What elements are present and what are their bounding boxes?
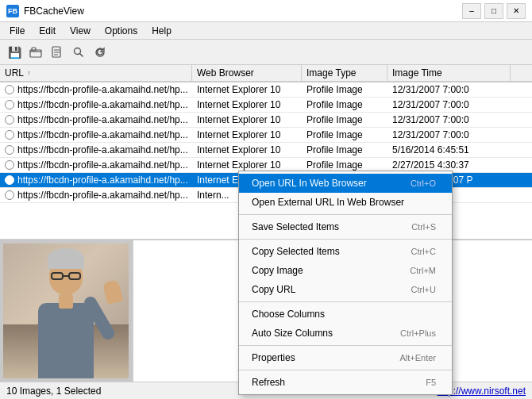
toolbar-refresh[interactable] [91, 43, 110, 62]
toolbar: 💾 [0, 40, 532, 65]
cell-browser: Internet Explorer 10 [192, 128, 302, 142]
cell-url: https://fbcdn-profile-a.akamaihd.net/hp.… [0, 173, 192, 187]
title-bar-left: FB FBCacheView [6, 5, 84, 17]
menu-view[interactable]: View [64, 24, 97, 37]
context-menu-item[interactable]: Save Selected ItemsCtrl+S [239, 217, 452, 236]
menu-help[interactable]: Help [145, 24, 178, 37]
svg-line-4 [80, 53, 83, 56]
row-status-icon [5, 85, 14, 94]
context-menu-item[interactable]: Open External URL In Web Browser [239, 193, 452, 212]
context-menu-item[interactable]: Copy ImageCtrl+M [239, 261, 452, 280]
context-menu-item[interactable]: Open URL In Web BrowserCtrl+O [239, 174, 452, 193]
cell-browser: Internet Explorer 10 [192, 113, 302, 127]
table-row[interactable]: https://fbcdn-profile-a.akamaihd.net/hp.… [0, 113, 532, 128]
cell-url: https://fbcdn-profile-a.akamaihd.net/hp.… [0, 158, 192, 172]
cell-imgtime: 12/31/2007 7:00:0 [387, 128, 511, 142]
row-status-icon [5, 190, 14, 200]
toolbar-save[interactable]: 💾 [5, 43, 24, 62]
sort-arrow-url: ↑ [27, 69, 31, 77]
table-row[interactable]: https://fbcdn-profile-a.akamaihd.net/hp.… [0, 98, 532, 113]
menu-edit[interactable]: Edit [33, 24, 62, 37]
cell-imgtime: 12/31/2007 7:00:0 [387, 98, 511, 112]
app-icon: FB [6, 5, 19, 17]
table-row[interactable]: https://fbcdn-profile-a.akamaihd.net/hp.… [0, 128, 532, 143]
cell-browser: Internet Explorer 10 [192, 82, 302, 97]
context-menu-separator [239, 301, 452, 302]
cached-image [3, 244, 129, 378]
menu-bar: File Edit View Options Help [0, 22, 532, 40]
cell-url: https://fbcdn-profile-a.akamaihd.net/hp.… [0, 188, 192, 202]
minimize-button[interactable]: – [462, 3, 481, 19]
cell-browser: Internet Explorer 10 [192, 98, 302, 112]
context-menu-item[interactable]: PropertiesAlt+Enter [239, 348, 452, 367]
toolbar-new[interactable] [48, 43, 67, 62]
cell-url: https://fbcdn-profile-a.akamaihd.net/hp.… [0, 113, 192, 127]
cell-url: https://fbcdn-profile-a.akamaihd.net/hp.… [0, 128, 192, 142]
status-count: 10 Images, 1 Selected [6, 386, 101, 397]
cell-imgtype: Profile Image [302, 82, 387, 97]
context-menu-item[interactable]: Copy Selected ItemsCtrl+C [239, 242, 452, 261]
context-menu-item[interactable]: Copy URLCtrl+U [239, 280, 452, 299]
image-pane [0, 240, 133, 382]
column-header-browser[interactable]: Web Browser [192, 65, 302, 81]
table-row[interactable]: https://fbcdn-profile-a.akamaihd.net/hp.… [0, 82, 532, 98]
cell-imgtype: Profile Image [302, 98, 387, 112]
window-title: FBCacheView [24, 6, 84, 17]
cell-url: https://fbcdn-profile-a.akamaihd.net/hp.… [0, 143, 192, 157]
cell-imgtime: 12/31/2007 7:00:0 [387, 113, 511, 127]
context-menu-item[interactable]: Auto Size ColumnsCtrl+Plus [239, 324, 452, 343]
context-menu: Open URL In Web BrowserCtrl+OOpen Extern… [238, 171, 453, 395]
menu-options[interactable]: Options [98, 24, 144, 37]
cell-url: https://fbcdn-profile-a.akamaihd.net/hp.… [0, 82, 192, 97]
svg-rect-1 [32, 48, 36, 51]
row-status-icon [5, 115, 14, 125]
cell-imgtime: 12/31/2007 7:00:0 [387, 82, 511, 97]
context-menu-separator [239, 239, 452, 240]
context-menu-separator [239, 370, 452, 370]
toolbar-search[interactable] [69, 43, 88, 62]
cell-browser: Internet Explorer 10 [192, 143, 302, 157]
cell-imgtype: Profile Image [302, 143, 387, 157]
toolbar-open[interactable] [26, 43, 45, 62]
context-menu-separator [239, 345, 452, 346]
context-menu-separator [239, 214, 452, 215]
maximize-button[interactable]: □ [484, 3, 503, 19]
row-status-icon [5, 130, 14, 140]
row-status-icon [5, 160, 14, 170]
cell-imgtype: Profile Image [302, 113, 387, 127]
column-header-imgtime[interactable]: Image Time [387, 65, 511, 81]
table-header: URL ↑ Web Browser Image Type Image Time [0, 65, 532, 82]
context-menu-item[interactable]: Choose Columns [239, 305, 452, 324]
title-bar-controls: – □ ✕ [462, 3, 526, 19]
close-button[interactable]: ✕ [507, 3, 526, 19]
cell-url: https://fbcdn-profile-a.akamaihd.net/hp.… [0, 98, 192, 112]
column-header-imgtype[interactable]: Image Type [302, 65, 387, 81]
context-menu-item[interactable]: RefreshF5 [239, 373, 452, 392]
cell-imgtime: 5/16/2014 6:45:51 [387, 143, 511, 157]
cell-imgtype: Profile Image [302, 128, 387, 142]
table-row[interactable]: https://fbcdn-profile-a.akamaihd.net/hp.… [0, 143, 532, 158]
column-header-url[interactable]: URL ↑ [0, 65, 192, 81]
row-status-icon [5, 145, 14, 155]
title-bar: FB FBCacheView – □ ✕ [0, 0, 532, 22]
row-status-icon [5, 175, 14, 185]
menu-file[interactable]: File [3, 24, 31, 37]
row-status-icon [5, 100, 14, 109]
